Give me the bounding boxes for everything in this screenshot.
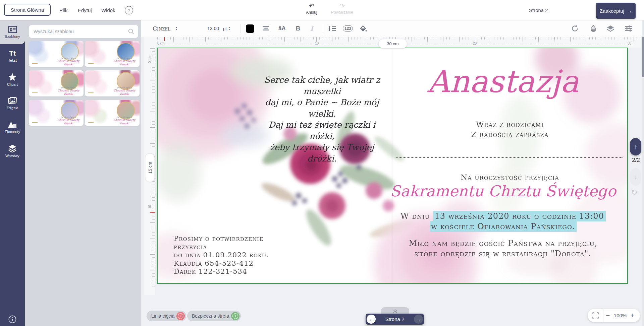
thumbnail-gold-mark: [32, 63, 38, 64]
place-line[interactable]: w kościele Ofiarowania Pańskiego.: [379, 222, 627, 231]
settings-button[interactable]: [625, 20, 633, 37]
droplet-icon: [590, 25, 597, 32]
scrollbar-track[interactable]: [642, 20, 644, 326]
rotate-button[interactable]: [571, 20, 579, 37]
cut-line-toggle[interactable]: Linia cięcia i: [147, 311, 186, 321]
template-thumbnail[interactable]: ZaproszenieChrzest Święty Blanki: [29, 100, 84, 126]
redo-label: Powtarzanie: [330, 10, 354, 15]
page-indicator: 2/2: [629, 157, 643, 164]
template-search: [29, 25, 138, 38]
parents-line[interactable]: Z radością zaprasza: [402, 130, 617, 139]
sidebar-item-elements[interactable]: Elementy: [0, 115, 25, 139]
canvas-width-badge: 30 cm: [378, 39, 407, 49]
reception-text-block[interactable]: Miło nam będzie gościć Państwa na przyję…: [379, 238, 627, 259]
menu-edit[interactable]: Edytuj: [78, 0, 92, 20]
arrow-up-icon: ↑: [634, 143, 637, 151]
template-thumbnail[interactable]: ZaproszenieChrzest Święty Blanki: [85, 100, 140, 126]
font-family-value: Cinzel: [153, 25, 170, 32]
fullscreen-icon: [592, 312, 599, 319]
previous-page-button[interactable]: ↑: [630, 138, 641, 155]
poem-line: Daj mi też święte rączki i nóżki,: [255, 119, 389, 142]
sidebar-item-label: Elementy: [5, 130, 20, 134]
ceremony-intro-text[interactable]: Na uroczystość przyjęcia: [402, 173, 617, 182]
zoom-in-button[interactable]: +: [628, 312, 637, 319]
italic-button[interactable]: I: [310, 20, 313, 37]
rotate-page-icon[interactable]: ↻: [631, 188, 637, 197]
text-color-swatch[interactable]: [246, 20, 254, 37]
child-name-text[interactable]: Anastazja: [386, 64, 621, 100]
reception-line: które odbędzie się w restauracji "Dorota…: [379, 249, 627, 259]
align-center-button[interactable]: [262, 20, 270, 37]
page-navigator: ← Strona 2 →: [366, 314, 424, 325]
menu-view[interactable]: Widok: [101, 0, 115, 20]
date-line[interactable]: W dniu 13 września 2020 roku o godzinie …: [379, 211, 627, 221]
date-prefix: W dniu: [400, 211, 433, 221]
arrow-left-icon: ←: [369, 316, 374, 322]
poem-line: żeby trzymały się Twojej dróżki.: [255, 142, 389, 164]
layers-button[interactable]: [606, 20, 614, 37]
sidebar-item-text[interactable]: Tt Tekst: [0, 44, 25, 68]
sidebar-item-label: Warstwy: [5, 154, 19, 158]
layers-stack-icon: [606, 25, 614, 32]
info-icon[interactable]: [0, 315, 25, 323]
accept-label: Zaakceptuj: [600, 8, 624, 14]
font-size-control[interactable]: 13.00 pt ▲▼: [207, 20, 230, 37]
opacity-button[interactable]: [590, 20, 597, 37]
poem-text-block[interactable]: Serce tak ciche, jak wiatr z muszelki da…: [255, 74, 389, 164]
sidebar-item-templates[interactable]: Szablony: [0, 20, 25, 44]
template-thumbnail[interactable]: ZaproszenieChrzest Święty Blanki: [29, 70, 84, 96]
canvas-height-badge: 15 cm: [145, 153, 155, 182]
ceremony-title-text[interactable]: Sakramentu Chrztu Świętego: [386, 182, 621, 200]
design-canvas[interactable]: Serce tak ciche, jak wiatr z muszelki da…: [158, 48, 627, 283]
prev-page-arrow-button[interactable]: ←: [367, 315, 376, 324]
redo-button[interactable]: ↷ Powtarzanie: [330, 3, 354, 15]
cut-line-info-icon: i: [176, 312, 185, 320]
sidebar-item-layers[interactable]: Warstwy: [0, 139, 25, 163]
template-thumbnail[interactable]: ZaproszenieChrzest Święty Blanki: [85, 41, 140, 67]
search-input[interactable]: [29, 29, 128, 34]
font-size-value: 13.00: [207, 26, 219, 31]
next-page-arrow-button[interactable]: →: [414, 315, 423, 324]
cursor-position-marker-y: [150, 212, 155, 213]
zoom-value: 100%: [612, 313, 628, 318]
arrow-right-icon: →: [416, 316, 421, 322]
current-page-label: Strona 2: [529, 0, 548, 20]
font-unit-label: pt: [223, 26, 227, 31]
page-nav-label: Strona 2: [377, 316, 413, 322]
sidebar-item-photos[interactable]: Zdjęcia: [0, 91, 25, 115]
safe-zone-toggle[interactable]: Bezpieczna strefa i: [187, 311, 241, 321]
align-center-icon: [262, 25, 270, 31]
template-thumbnail[interactable]: ZaproszenieChrzest Święty Blanki: [29, 41, 84, 67]
rsvp-text-block[interactable]: Prosimy o potwierdzenie przybycia do dni…: [174, 235, 294, 276]
scrollbar-thumb[interactable]: [642, 37, 644, 77]
rsvp-line: Klaudia 654-523-412: [174, 259, 294, 268]
template-grid: ZaproszenieChrzest Święty Blanki Zaprosz…: [29, 41, 140, 126]
photos-icon: [8, 97, 17, 105]
accept-button[interactable]: Zaakceptuj →: [596, 3, 636, 19]
undo-icon: ↶: [300, 3, 323, 9]
templates-icon: [8, 26, 17, 33]
thumbnail-script-caption: Chrzest Święty Blanki: [109, 118, 140, 125]
home-button[interactable]: Strona Główna: [4, 4, 51, 16]
bold-icon: B: [296, 25, 300, 32]
font-size-stepper-icon: ▲▼: [228, 26, 230, 30]
sidebar-item-clipart[interactable]: Clipart: [0, 68, 25, 91]
menu-file[interactable]: Plik: [59, 0, 67, 20]
help-icon[interactable]: ?: [125, 6, 133, 14]
undo-button[interactable]: ↶ Anuluj: [300, 3, 323, 15]
shapes-icon: [8, 121, 17, 128]
font-family-select[interactable]: Cinzel ▲▼: [153, 20, 177, 37]
numbering-button[interactable]: 123: [343, 20, 353, 37]
rsvp-line: Darek 122-321-534: [174, 267, 294, 276]
zoom-out-button[interactable]: −: [603, 312, 612, 319]
fill-color-button[interactable]: [360, 20, 367, 37]
reception-line: Miło nam będzie gościć Państwa na przyję…: [379, 238, 627, 249]
next-page-button-disabled[interactable]: ↓: [630, 168, 641, 186]
place-highlighted-text: w kościele Ofiarowania Pańskiego.: [430, 221, 577, 232]
template-thumbnail[interactable]: ZaproszenieChrzest Święty Blanki: [85, 70, 140, 96]
line-height-button[interactable]: [328, 20, 336, 37]
fullscreen-button[interactable]: [588, 312, 603, 319]
parents-line[interactable]: Wraz z rodzicami: [402, 120, 617, 129]
letter-spacing-button[interactable]: āA: [278, 20, 286, 37]
bold-button[interactable]: B: [296, 20, 300, 37]
